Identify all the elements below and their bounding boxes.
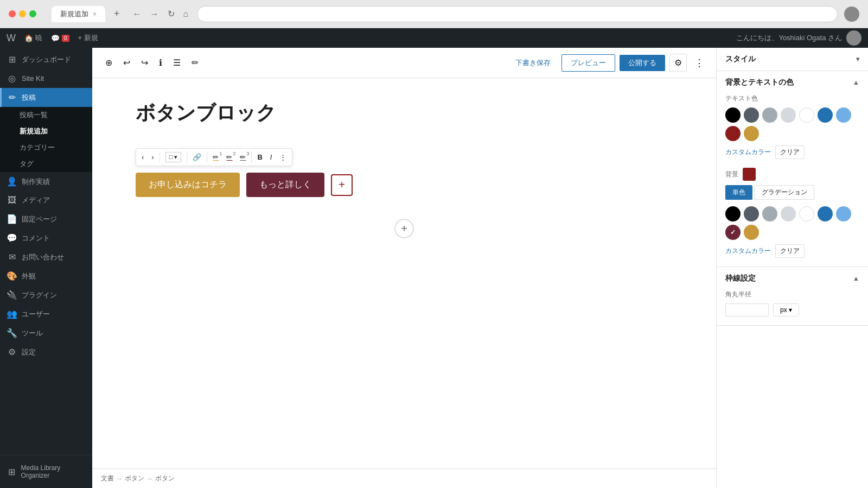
text-swatch-blue-dark[interactable] [818, 107, 833, 123]
breadcrumb-item-button[interactable]: ボタン [155, 474, 175, 483]
sidebar-item-tools[interactable]: 🔧 ツール [0, 324, 92, 343]
content-area: ⊞ ダッシュボード ◎ Site Kit ✏ 投稿 投稿一覧 新規追加 [0, 48, 868, 488]
info-btn[interactable]: ℹ [155, 54, 167, 71]
block-italic-btn[interactable]: I [267, 151, 276, 163]
text-swatch-gray-dark[interactable] [744, 107, 759, 123]
wp-logo[interactable]: W [7, 33, 16, 44]
text-swatch-white[interactable] [799, 107, 814, 123]
sidebar-item-plugins[interactable]: 🔌 プラグイン [0, 286, 92, 305]
admin-comments[interactable]: 💬 0 [51, 34, 69, 42]
sidebar-footer-media-library[interactable]: ⊞ Media Library Organizer [7, 462, 86, 481]
bg-swatch-gray-dark[interactable] [744, 206, 759, 221]
sidebar-item-comments[interactable]: 💬 コメント [0, 229, 92, 248]
sidebar-item-pages[interactable]: 📄 固定ページ [0, 210, 92, 229]
nav-forward-btn[interactable]: → [148, 7, 161, 21]
add-block-center-btn[interactable]: + [394, 219, 414, 238]
block-nav-prev[interactable]: ‹ [138, 151, 147, 163]
border-section-header[interactable]: 枠線設定 ▲ [717, 267, 868, 290]
bg-swatch-blue-light[interactable] [836, 206, 851, 221]
more-options-btn[interactable]: ⋮ [691, 54, 707, 72]
text-swatch-blue-light[interactable] [836, 107, 851, 123]
admin-site-name[interactable]: 🏠 暁 [24, 33, 42, 43]
text-custom-color-link[interactable]: カスタムカラー [725, 148, 771, 157]
editor-toolbar: ⊕ ↩ ↪ ℹ ☰ ✏ 下書き保存 プレビュー 公開する ⚙ ⋮ [92, 48, 716, 78]
save-draft-btn[interactable]: 下書き保存 [509, 55, 557, 71]
block-bold-btn[interactable]: B [254, 151, 265, 163]
bg-custom-color-link[interactable]: カスタムカラー [725, 246, 771, 256]
sidebar-menu: ⊞ ダッシュボード ◎ Site Kit ✏ 投稿 投稿一覧 新規追加 [0, 48, 92, 455]
add-block-toolbar-btn[interactable]: ⊕ [101, 54, 117, 71]
style-section-header[interactable]: スタイル ▾ [717, 48, 868, 71]
bg-swatch-red-dark[interactable] [725, 225, 741, 240]
bg-swatch-gold[interactable] [744, 225, 759, 240]
admin-user-avatar[interactable] [846, 30, 861, 46]
text-color-label: テキスト色 [725, 94, 859, 103]
block-color3-btn[interactable]: ✏ 3 [237, 151, 249, 163]
sidebar-sub-posts-new[interactable]: 新規追加 [0, 123, 92, 140]
undo-btn[interactable]: ↩ [119, 54, 135, 71]
block-color2-btn[interactable]: ✏ 2 [223, 151, 235, 163]
block-type-btn[interactable]: □ ▾ [162, 150, 185, 164]
sidebar-item-settings[interactable]: ⚙ 設定 [0, 343, 92, 362]
button-gold[interactable]: お申し込みはコチラ [136, 173, 240, 197]
sidebar-item-appearance[interactable]: 🎨 外観 [0, 267, 92, 286]
sidebar-sub-posts-list[interactable]: 投稿一覧 [0, 107, 92, 123]
bg-swatch-white[interactable] [799, 206, 814, 221]
sidebar-label-portfolio: 制作実績 [22, 177, 50, 187]
sidebar-sub-posts-categories[interactable]: カテゴリー [0, 140, 92, 156]
nav-back-btn[interactable]: ← [131, 7, 144, 21]
sidebar-sub-posts-tags[interactable]: タグ [0, 156, 92, 172]
text-swatch-black[interactable] [725, 107, 741, 123]
post-title[interactable]: ボタンブロック [136, 100, 673, 126]
block-more-options-btn[interactable]: ⋮ [276, 151, 290, 163]
list-view-btn[interactable]: ☰ [169, 54, 185, 71]
bg-color-preview[interactable] [743, 168, 756, 181]
block-link-btn[interactable]: 🔗 [189, 151, 205, 163]
bg-tab-gradient[interactable]: グラデーション [755, 185, 814, 200]
border-radius-unit-btn[interactable]: px ▾ [773, 303, 799, 316]
address-bar[interactable] [197, 6, 838, 22]
sidebar-item-dashboard[interactable]: ⊞ ダッシュボード [0, 50, 92, 69]
text-swatch-gray-light[interactable] [781, 107, 796, 123]
dot-yellow[interactable] [19, 10, 26, 17]
preview-btn[interactable]: プレビュー [561, 54, 615, 72]
nav-home-btn[interactable]: ⌂ [181, 7, 191, 21]
block-nav-next[interactable]: › [148, 151, 157, 163]
nav-reload-btn[interactable]: ↻ [165, 7, 177, 21]
style-section: スタイル ▾ [717, 48, 868, 71]
bg-swatch-blue-dark[interactable] [818, 206, 833, 221]
sidebar-item-users[interactable]: 👥 ユーザー [0, 305, 92, 324]
settings-panel-btn[interactable]: ⚙ [669, 54, 687, 72]
tab-close-btn[interactable]: × [93, 10, 97, 18]
publish-btn[interactable]: 公開する [620, 55, 665, 71]
edit-btn[interactable]: ✏ [187, 54, 203, 71]
sidebar-item-sitekit[interactable]: ◎ Site Kit [0, 69, 92, 88]
dot-green[interactable] [29, 10, 36, 17]
sidebar-item-contact[interactable]: ✉ お問い合わせ [0, 248, 92, 267]
bg-tab-solid[interactable]: 単色 [725, 185, 752, 200]
text-swatch-red-dark[interactable] [725, 126, 741, 141]
sidebar-item-posts[interactable]: ✏ 投稿 [0, 88, 92, 107]
bg-swatch-gray-light[interactable] [781, 206, 796, 221]
block-color1-btn[interactable]: ✏ 1 [209, 151, 222, 163]
text-swatch-gray-medium[interactable] [762, 107, 777, 123]
admin-new[interactable]: + 新規 [78, 33, 98, 43]
button-dark-red[interactable]: もっと詳しく [246, 173, 324, 197]
redo-btn[interactable]: ↪ [137, 54, 152, 71]
bg-swatch-gray-medium[interactable] [762, 206, 777, 221]
add-button-block-btn[interactable]: + [331, 174, 353, 196]
new-tab-btn[interactable]: + [114, 8, 120, 20]
browser-tab[interactable]: 新規追加 × [52, 6, 105, 22]
breadcrumb-item-buttons[interactable]: ボタン [125, 474, 144, 483]
border-radius-input[interactable] [725, 303, 769, 316]
bg-text-color-header[interactable]: 背景とテキストの色 ▲ [717, 71, 868, 94]
text-swatch-gold[interactable] [744, 126, 759, 141]
bg-swatch-black[interactable] [725, 206, 741, 221]
bg-clear-btn[interactable]: クリア [775, 244, 805, 258]
plugins-icon: 🔌 [7, 290, 17, 300]
breadcrumb-item-document[interactable]: 文書 [101, 474, 114, 483]
text-clear-btn[interactable]: クリア [775, 145, 805, 159]
sidebar-item-portfolio[interactable]: 👤 制作実績 [0, 172, 92, 191]
sidebar-item-media[interactable]: 🖼 メディア [0, 191, 92, 210]
dot-red[interactable] [9, 10, 16, 17]
